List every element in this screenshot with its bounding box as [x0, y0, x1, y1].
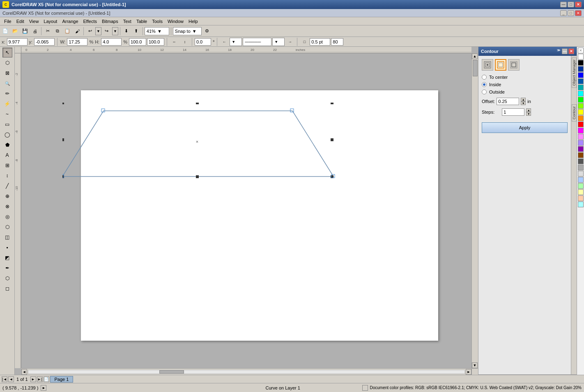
- zoom-dropdown[interactable]: 41% ▼: [145, 27, 169, 35]
- trapezoid-shape[interactable]: ×: [62, 103, 350, 193]
- status-expand-btn[interactable]: ►: [41, 385, 46, 391]
- steps-spinner[interactable]: ▲ ▼: [526, 108, 531, 116]
- close-button[interactable]: ✕: [575, 2, 582, 7]
- menu-arrange[interactable]: Arrange: [60, 18, 80, 24]
- object-manager-tab[interactable]: Object Manager: [572, 57, 577, 88]
- y-field[interactable]: [34, 38, 55, 46]
- page-first-button[interactable]: |◄: [2, 376, 7, 382]
- restore-button[interactable]: □: [568, 2, 574, 7]
- offset-increment[interactable]: ▲: [521, 98, 526, 101]
- tool-rectangle[interactable]: ▭: [2, 119, 12, 129]
- undo-dropdown[interactable]: ▼: [95, 27, 101, 35]
- paste-button[interactable]: 📋: [63, 27, 72, 36]
- redo-dropdown[interactable]: ▼: [112, 27, 118, 35]
- scroll-thumb-v[interactable]: [473, 60, 478, 76]
- x-field[interactable]: [7, 38, 28, 46]
- tool-fill[interactable]: ⬡: [2, 273, 12, 283]
- menu-table[interactable]: Table: [134, 18, 149, 24]
- flip-h-button[interactable]: ↔: [170, 37, 179, 46]
- color-black[interactable]: [578, 60, 584, 66]
- scroll-down-button[interactable]: ▼: [472, 362, 478, 368]
- tool-extrude[interactable]: ◫: [2, 232, 12, 242]
- menu-edit[interactable]: Edit: [14, 18, 27, 24]
- flip-v-button[interactable]: ↕: [180, 37, 189, 46]
- h-pct-field[interactable]: [147, 38, 164, 46]
- color-gray[interactable]: [578, 165, 584, 170]
- panel-expand-button[interactable]: ≫: [556, 48, 561, 54]
- minimize-button[interactable]: —: [560, 2, 567, 7]
- cut-button[interactable]: ✂: [43, 27, 52, 36]
- offset-decrement[interactable]: ▼: [521, 101, 526, 105]
- offset-spinner[interactable]: ▲ ▼: [521, 98, 526, 105]
- panel-minimize-button[interactable]: —: [562, 48, 568, 54]
- color-teal[interactable]: [578, 85, 584, 90]
- color-light-blue[interactable]: [578, 177, 584, 183]
- tool-eyedropper[interactable]: ✒: [2, 263, 12, 273]
- radio-outside-btn[interactable]: [482, 89, 487, 94]
- mdi-minimize[interactable]: _: [560, 10, 567, 16]
- titlebar-controls[interactable]: — □ ✕: [560, 2, 582, 7]
- page-next-button[interactable]: ►: [30, 376, 36, 382]
- mdi-controls[interactable]: _ □ ✕: [560, 10, 582, 16]
- tool-dimension[interactable]: ↕: [2, 171, 12, 181]
- color-green[interactable]: [578, 97, 584, 103]
- offset-field[interactable]: [497, 98, 519, 105]
- tool-zoom[interactable]: 🔍: [2, 78, 12, 88]
- page-prev-button[interactable]: ◄: [8, 376, 14, 382]
- menu-window[interactable]: Window: [165, 18, 186, 24]
- radio-to-center-btn[interactable]: [482, 75, 487, 80]
- angle-field[interactable]: [195, 38, 211, 46]
- line-style-dropdown[interactable]: ─────: [243, 38, 271, 46]
- status-color-mode-btn[interactable]: [362, 385, 368, 391]
- tool-connector[interactable]: ╱: [2, 181, 12, 191]
- outline-width-field[interactable]: [310, 38, 330, 46]
- menu-effects[interactable]: Effects: [81, 18, 99, 24]
- steps-increment[interactable]: ▲: [526, 108, 531, 112]
- menu-view[interactable]: View: [27, 18, 41, 24]
- color-cyan-blue[interactable]: [578, 78, 584, 84]
- contour-tab[interactable]: Contour: [572, 104, 577, 121]
- color-light-teal[interactable]: [578, 202, 584, 207]
- menu-bitmaps[interactable]: Bitmaps: [99, 18, 121, 24]
- h-field[interactable]: [101, 38, 122, 46]
- color-peach[interactable]: [578, 195, 584, 201]
- color-pink[interactable]: [578, 134, 584, 140]
- color-light-gray[interactable]: [578, 171, 584, 177]
- color-light-yellow[interactable]: [578, 189, 584, 195]
- mdi-restore[interactable]: □: [568, 10, 574, 16]
- line-end-button[interactable]: →: [285, 37, 294, 46]
- steps-decrement[interactable]: ▼: [526, 112, 531, 116]
- color-white[interactable]: [578, 54, 584, 60]
- steps-field[interactable]: [502, 108, 524, 116]
- new-button[interactable]: 📄: [1, 27, 10, 36]
- color-dark-gray[interactable]: [578, 158, 584, 164]
- add-page-button[interactable]: 📄: [44, 376, 49, 382]
- color-magenta[interactable]: [578, 128, 584, 133]
- tool-outline[interactable]: ◻: [2, 284, 12, 293]
- color-none[interactable]: ✕: [578, 48, 584, 53]
- tool-blend[interactable]: ⊗: [2, 202, 12, 211]
- outline-width-button[interactable]: □: [300, 37, 309, 46]
- color-light-green[interactable]: [578, 183, 584, 189]
- contour-to-center-btn[interactable]: [482, 59, 493, 71]
- line-start-dropdown[interactable]: ▼: [230, 38, 242, 46]
- tool-envelope[interactable]: ⬡: [2, 222, 12, 232]
- color-yellow-green[interactable]: [578, 103, 584, 109]
- tool-interactive-connector[interactable]: ⊕: [2, 191, 12, 201]
- contour-header-controls[interactable]: ≫ — ✕: [556, 48, 574, 54]
- w-pct-field[interactable]: [129, 38, 146, 46]
- tool-freehand[interactable]: ✏: [2, 89, 12, 99]
- mdi-close[interactable]: ✕: [575, 10, 582, 16]
- tool-text[interactable]: A: [2, 150, 12, 160]
- contour-outside-btn[interactable]: [508, 59, 520, 71]
- tool-ellipse[interactable]: ◯: [2, 130, 12, 140]
- tool-shadow[interactable]: ▪: [2, 243, 12, 252]
- color-light-purple[interactable]: [578, 140, 584, 146]
- tool-table[interactable]: ⊞: [2, 160, 12, 170]
- color-yellow[interactable]: [578, 109, 584, 115]
- scroll-up-button[interactable]: ▲: [472, 53, 478, 59]
- tool-contour[interactable]: ◎: [2, 212, 12, 222]
- save-button[interactable]: 💾: [21, 27, 30, 36]
- undo-button[interactable]: ↩: [85, 27, 94, 36]
- menu-tools[interactable]: Tools: [149, 18, 165, 24]
